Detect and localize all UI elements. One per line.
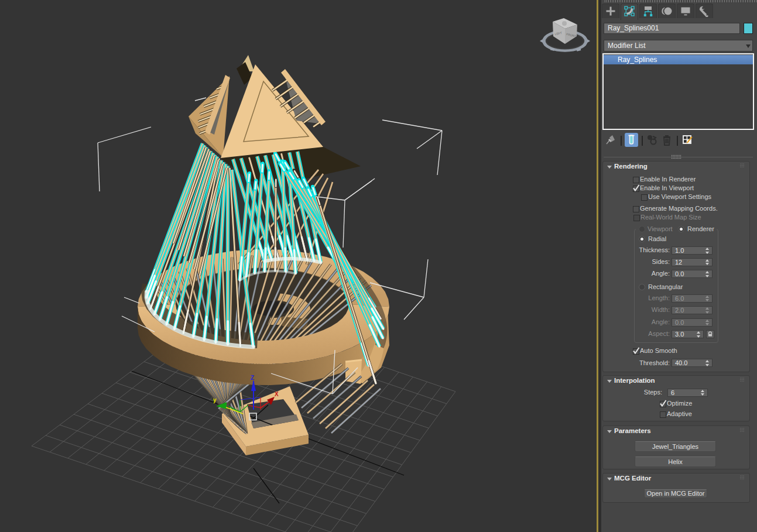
svg-text:Z: Z [251, 375, 254, 381]
svg-text:X: X [275, 391, 279, 397]
svg-text:y: y [213, 397, 217, 403]
